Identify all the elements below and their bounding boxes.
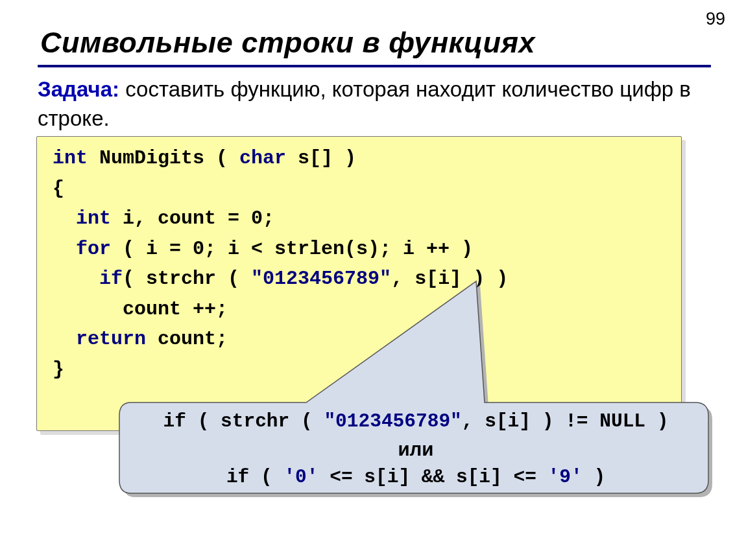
kw-for: for [76, 238, 111, 260]
kw-int: int [53, 147, 88, 169]
char-literal: '9' [548, 466, 583, 488]
callout-line: if ( '0' <= s[i] && s[i] <= '9' ) [121, 463, 711, 491]
char-literal: '0' [283, 466, 318, 488]
code-line: int NumDigits ( char s[] ) [53, 143, 671, 174]
task-label: Задача: [38, 77, 119, 101]
code-text: if ( [226, 466, 284, 488]
callout-or: или [121, 436, 711, 463]
code-line: for ( i = 0; i < strlen(s); i ++ ) [53, 234, 671, 264]
task-block: Задача: составить функцию, которая наход… [38, 75, 712, 133]
callout: if ( strchr ( "0123456789", s[i] ) != NU… [112, 279, 725, 526]
code-line: { [53, 174, 671, 204]
task-text: составить функцию, которая находит колич… [38, 77, 691, 130]
kw-char: char [239, 147, 286, 169]
callout-line: if ( strchr ( "0123456789", s[i] ) != NU… [121, 408, 711, 436]
slide: 99 Символьные строки в функциях Задача: … [0, 0, 746, 560]
code-text: ( i = 0; i < strlen(s); i ++ ) [111, 238, 473, 260]
kw-int: int [76, 207, 111, 229]
code-line: int i, count = 0; [53, 204, 671, 234]
slide-title: Символьные строки в функциях [40, 26, 535, 60]
string-literal: "0123456789" [324, 410, 461, 432]
code-text: NumDigits ( [88, 147, 239, 169]
code-text: s[] ) [286, 147, 356, 169]
code-text: , s[i] ) != NULL ) [462, 410, 669, 432]
code-text: if ( strchr ( [163, 410, 324, 432]
code-text: ) [583, 466, 605, 488]
callout-text: if ( strchr ( "0123456789", s[i] ) != NU… [121, 408, 711, 491]
title-underline [38, 65, 711, 67]
code-text: <= s[i] && s[i] <= [319, 466, 548, 488]
page-number: 99 [706, 9, 725, 29]
code-text: i, count = 0; [111, 207, 274, 229]
